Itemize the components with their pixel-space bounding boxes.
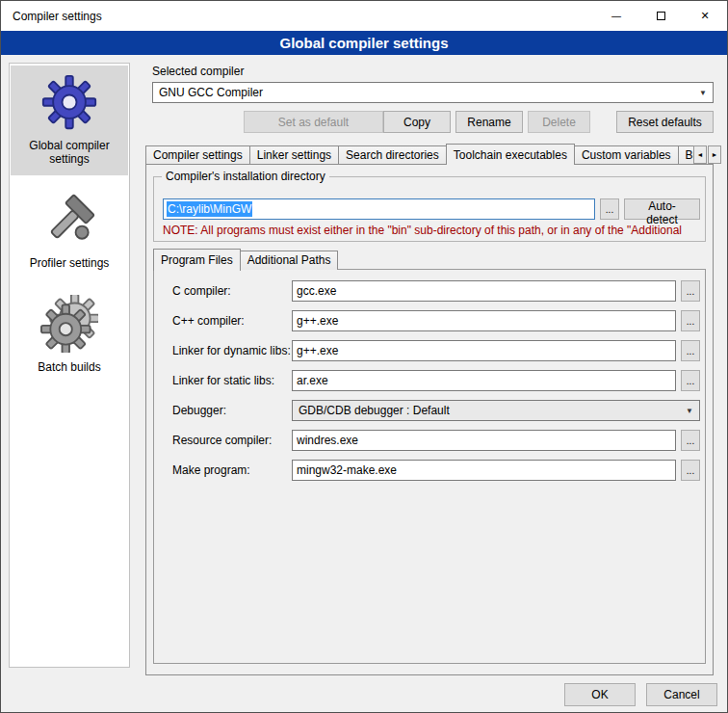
browse-static-linker-button[interactable]: ...	[681, 370, 700, 391]
settings-category-list: Global compiler settings Profiler settin…	[9, 63, 130, 668]
close-icon[interactable]: ✕	[683, 1, 727, 31]
debugger-label: Debugger:	[172, 404, 292, 417]
browse-make-program-button[interactable]: ...	[681, 460, 700, 481]
groupbox-legend: Compiler's installation directory	[162, 170, 329, 183]
sidebar-item-global-compiler-settings[interactable]: Global compiler settings	[11, 66, 128, 175]
form-row-static-linker: Linker for static libs: ...	[172, 370, 700, 391]
gray-gear-icon	[40, 295, 98, 353]
sidebar-item-batch-builds[interactable]: Batch builds	[11, 287, 128, 383]
browse-cpp-compiler-button[interactable]: ...	[681, 310, 700, 331]
tab-custom-variables[interactable]: Custom variables	[574, 145, 679, 165]
blue-gear-icon	[40, 73, 98, 131]
selected-compiler-dropdown[interactable]: GNU GCC Compiler ▼	[152, 82, 714, 103]
make-program-input[interactable]	[292, 460, 676, 481]
installation-directory-input[interactable]: C:\raylib\MinGW	[163, 198, 595, 220]
bin-subdirectory-note: NOTE: All programs must exist either in …	[163, 224, 702, 237]
tab-program-files[interactable]: Program Files	[153, 249, 241, 271]
dynamic-linker-input[interactable]	[292, 340, 676, 361]
cpp-compiler-input[interactable]	[292, 310, 676, 331]
window-title: Compiler settings	[1, 10, 102, 23]
form-row-debugger: Debugger: GDB/CDB debugger : Default ▼	[172, 400, 700, 421]
cancel-button[interactable]: Cancel	[646, 683, 717, 706]
browse-directory-button[interactable]: ...	[600, 198, 619, 220]
c-compiler-label: C compiler:	[172, 284, 292, 298]
minimize-icon[interactable]: —	[594, 1, 638, 31]
debugger-value: GDB/CDB debugger : Default	[299, 404, 450, 417]
cpp-compiler-label: C++ compiler:	[172, 314, 292, 328]
selected-text: C:\raylib\MinGW	[167, 201, 252, 217]
chevron-down-icon: ▼	[693, 89, 713, 97]
browse-c-compiler-button[interactable]: ...	[681, 280, 700, 302]
form-row-resource-compiler: Resource compiler: ...	[172, 430, 700, 451]
dynamic-linker-label: Linker for dynamic libs:	[172, 344, 292, 357]
chevron-down-icon: ▼	[680, 407, 699, 415]
window-controls: — ✕	[594, 1, 727, 31]
browse-dynamic-linker-button[interactable]: ...	[681, 340, 700, 361]
form-row-make-program: Make program: ...	[172, 460, 700, 481]
sidebar-item-label: Global compiler settings	[13, 139, 126, 166]
static-linker-label: Linker for static libs:	[172, 374, 292, 387]
tab-scroll-buttons: ◄ ►	[692, 145, 721, 164]
sidebar-item-profiler-settings[interactable]: Profiler settings	[11, 183, 128, 279]
maximize-icon[interactable]	[638, 1, 683, 31]
settings-tabstrip: Compiler settings Linker settings Search…	[145, 143, 721, 165]
ok-button[interactable]: OK	[564, 683, 636, 706]
installation-directory-row: C:\raylib\MinGW ... Auto-detect	[163, 198, 700, 220]
auto-detect-button[interactable]: Auto-detect	[624, 198, 700, 220]
compiler-settings-dialog: Compiler settings — ✕ Global compiler se…	[0, 0, 728, 713]
tab-toolchain-executables[interactable]: Toolchain executables	[446, 144, 575, 165]
form-row-c-compiler: C compiler: ...	[172, 280, 700, 302]
resource-compiler-label: Resource compiler:	[172, 434, 292, 447]
profiler-tool-icon	[40, 191, 98, 249]
sidebar-item-label: Profiler settings	[30, 256, 110, 270]
make-program-label: Make program:	[172, 463, 292, 477]
browse-resource-compiler-button[interactable]: ...	[681, 430, 700, 451]
reset-defaults-button[interactable]: Reset defaults	[616, 111, 714, 133]
tab-additional-paths[interactable]: Additional Paths	[240, 251, 339, 270]
c-compiler-input[interactable]	[292, 280, 676, 302]
tab-linker-settings[interactable]: Linker settings	[249, 145, 339, 165]
delete-button[interactable]: Delete	[528, 111, 590, 133]
dialog-header: Global compiler settings	[1, 31, 727, 55]
selected-compiler-label: Selected compiler	[152, 65, 244, 78]
form-row-dynamic-linker: Linker for dynamic libs: ...	[172, 340, 700, 361]
sidebar-item-label: Batch builds	[38, 360, 100, 374]
set-as-default-button[interactable]: Set as default	[244, 111, 383, 133]
static-linker-input[interactable]	[292, 370, 676, 391]
tab-scroll-left-icon[interactable]: ◄	[693, 145, 707, 164]
program-files-tabstrip: Program Files Additional Paths	[153, 249, 337, 270]
selected-compiler-value: GNU GCC Compiler	[159, 86, 263, 99]
resource-compiler-input[interactable]	[292, 430, 676, 451]
tab-compiler-settings[interactable]: Compiler settings	[145, 145, 250, 165]
tab-scroll-right-icon[interactable]: ►	[708, 145, 721, 164]
debugger-dropdown[interactable]: GDB/CDB debugger : Default ▼	[292, 400, 700, 421]
titlebar[interactable]: Compiler settings — ✕	[1, 1, 727, 31]
copy-button[interactable]: Copy	[383, 111, 451, 133]
rename-button[interactable]: Rename	[455, 111, 523, 133]
tab-search-directories[interactable]: Search directories	[338, 145, 447, 165]
form-row-cpp-compiler: C++ compiler: ...	[172, 310, 700, 331]
